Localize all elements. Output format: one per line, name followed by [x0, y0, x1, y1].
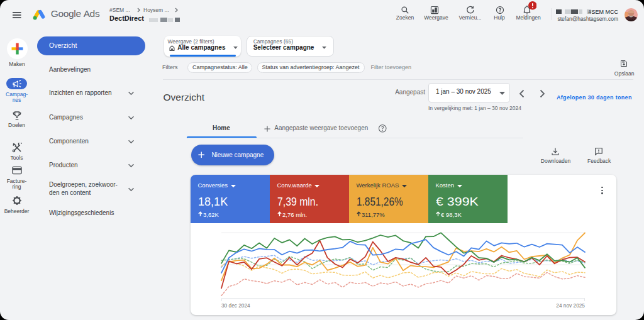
svg-text:24 nov 2025: 24 nov 2025: [556, 302, 585, 309]
svg-text:30 dec 2024: 30 dec 2024: [221, 302, 250, 309]
